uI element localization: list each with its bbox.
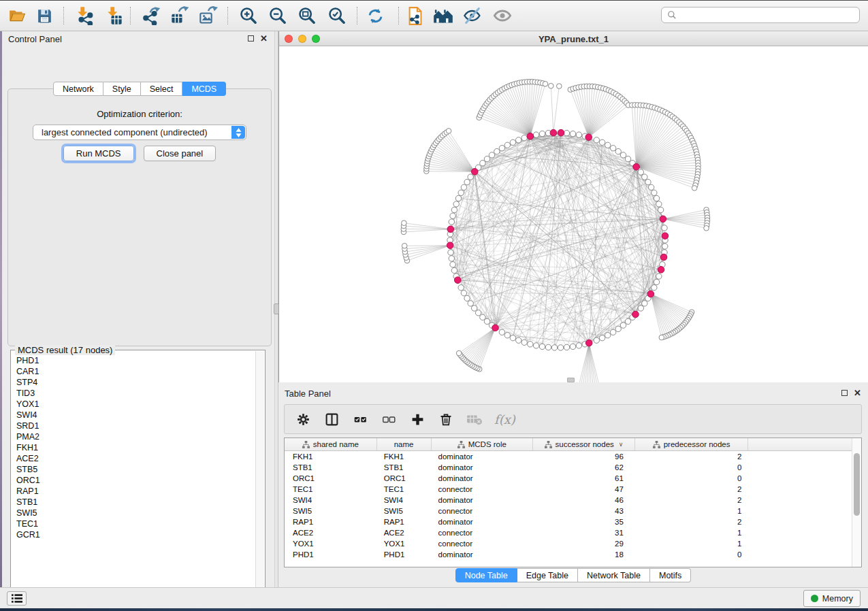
graph-mcds-node[interactable] bbox=[527, 133, 534, 139]
graph-leaf-node[interactable] bbox=[402, 220, 407, 226]
tab-network-table[interactable]: Network Table bbox=[578, 568, 650, 582]
graph-node[interactable] bbox=[610, 329, 615, 335]
mcds-result-item[interactable]: CAR1 bbox=[16, 366, 255, 377]
table-row[interactable]: SWI4SWI4dominator462 bbox=[285, 495, 861, 506]
mcds-result-item[interactable]: PHD1 bbox=[16, 355, 255, 366]
mcds-result-item[interactable]: STB5 bbox=[16, 464, 255, 475]
graph-node[interactable] bbox=[656, 274, 662, 279]
mcds-result-item[interactable]: TEC1 bbox=[16, 518, 255, 529]
network-window-titlebar[interactable]: YPA_prune.txt_1 bbox=[278, 31, 868, 46]
mcds-result-item[interactable]: YOX1 bbox=[16, 399, 255, 410]
column-header-predecessor-nodes[interactable]: predecessor nodes bbox=[635, 438, 749, 450]
graph-node[interactable] bbox=[642, 174, 647, 180]
graph-leaf-node[interactable] bbox=[659, 335, 664, 340]
scrollbar-thumb[interactable] bbox=[854, 453, 860, 516]
graph-node[interactable] bbox=[461, 184, 466, 190]
graph-node[interactable] bbox=[620, 323, 626, 328]
column-header-successor-nodes[interactable]: successor nodes∨ bbox=[533, 438, 635, 450]
graph-leaf-node[interactable] bbox=[549, 83, 554, 88]
graph-node[interactable] bbox=[576, 132, 581, 137]
graph-node[interactable] bbox=[480, 161, 485, 166]
table-row[interactable]: TEC1TEC1connector472 bbox=[285, 484, 861, 495]
graph-node[interactable] bbox=[468, 174, 473, 180]
graph-node[interactable] bbox=[464, 179, 470, 184]
graph-node[interactable] bbox=[605, 333, 611, 338]
graph-node[interactable] bbox=[610, 146, 615, 151]
split-handle[interactable] bbox=[567, 378, 575, 382]
graph-node[interactable] bbox=[564, 130, 569, 135]
graph-node[interactable] bbox=[539, 131, 545, 136]
function-builder-button[interactable]: f(x) bbox=[494, 412, 515, 427]
graph-mcds-node[interactable] bbox=[558, 129, 564, 136]
graph-node[interactable] bbox=[489, 152, 494, 158]
table-row[interactable]: RAP1RAP1dominator352 bbox=[285, 516, 861, 527]
new-network-from-selection-button[interactable] bbox=[403, 5, 426, 27]
tab-select[interactable]: Select bbox=[141, 82, 183, 96]
graph-node[interactable] bbox=[638, 169, 643, 175]
graph-node[interactable] bbox=[451, 207, 457, 212]
graph-mcds-node[interactable] bbox=[660, 216, 666, 222]
graph-node[interactable] bbox=[464, 295, 470, 301]
graph-mcds-node[interactable] bbox=[447, 242, 453, 249]
graph-node[interactable] bbox=[638, 306, 643, 311]
column-header-MCDS-role[interactable]: MCDS role bbox=[432, 438, 534, 450]
graph-node[interactable] bbox=[539, 344, 545, 349]
show-all-button[interactable] bbox=[491, 5, 514, 27]
graph-node[interactable] bbox=[449, 256, 454, 261]
table-row[interactable]: PHD1PHD1dominator180 bbox=[285, 549, 861, 560]
graph-node[interactable] bbox=[551, 345, 557, 350]
close-panel-icon[interactable]: ✕ bbox=[260, 35, 268, 42]
graph-mcds-node[interactable] bbox=[585, 340, 592, 346]
tab-mcds[interactable]: MCDS bbox=[182, 82, 226, 96]
mcds-result-item[interactable]: FKH1 bbox=[16, 442, 255, 453]
graph-node[interactable] bbox=[594, 137, 599, 143]
mcds-result-item[interactable]: SWI5 bbox=[16, 508, 255, 518]
save-session-button[interactable] bbox=[33, 5, 56, 27]
optimization-criterion-select[interactable]: largest connected component (undirected) bbox=[33, 125, 246, 140]
table-scrollbar[interactable] bbox=[852, 438, 861, 567]
graph-node[interactable] bbox=[533, 132, 539, 137]
graph-mcds-node[interactable] bbox=[658, 267, 664, 274]
graph-node[interactable] bbox=[545, 344, 551, 350]
graph-node[interactable] bbox=[605, 142, 611, 148]
graph-node[interactable] bbox=[448, 250, 453, 255]
tab-node-table[interactable]: Node Table bbox=[455, 568, 517, 582]
graph-node[interactable] bbox=[615, 148, 621, 154]
graph-node[interactable] bbox=[652, 190, 657, 195]
graph-leaf-node[interactable] bbox=[557, 84, 562, 89]
graph-mcds-node[interactable] bbox=[632, 311, 639, 318]
table-row[interactable]: FKH1FKH1dominator962 bbox=[285, 451, 861, 462]
search-box[interactable] bbox=[661, 7, 860, 23]
graph-node[interactable] bbox=[662, 244, 668, 249]
table-row[interactable]: STB1STB1dominator620 bbox=[285, 462, 861, 473]
graph-mcds-node[interactable] bbox=[455, 277, 462, 284]
graph-node[interactable] bbox=[642, 301, 647, 306]
graph-leaf-node[interactable] bbox=[456, 350, 462, 356]
graph-mcds-node[interactable] bbox=[660, 254, 667, 261]
graph-mcds-node[interactable] bbox=[662, 233, 669, 240]
graph-mcds-node[interactable] bbox=[585, 134, 592, 141]
mcds-result-item[interactable]: RAP1 bbox=[16, 486, 255, 497]
mcds-result-item[interactable]: ORC1 bbox=[16, 475, 255, 486]
export-image-button[interactable] bbox=[197, 5, 220, 27]
graph-node[interactable] bbox=[521, 135, 527, 141]
graph-mcds-node[interactable] bbox=[647, 291, 654, 297]
graph-node[interactable] bbox=[458, 190, 464, 195]
graph-node[interactable] bbox=[516, 337, 521, 343]
graph-leaf-node[interactable] bbox=[692, 186, 697, 191]
graph-node[interactable] bbox=[450, 262, 455, 267]
zoom-out-button[interactable] bbox=[266, 5, 289, 27]
graph-node[interactable] bbox=[654, 195, 659, 201]
show-log-button[interactable] bbox=[7, 591, 27, 606]
graph-node[interactable] bbox=[570, 131, 575, 136]
export-network-button[interactable] bbox=[140, 5, 163, 27]
graph-node[interactable] bbox=[504, 142, 510, 148]
graph-node[interactable] bbox=[652, 285, 657, 291]
graph-node[interactable] bbox=[656, 201, 662, 207]
search-input[interactable] bbox=[677, 10, 854, 20]
open-file-button[interactable] bbox=[5, 5, 29, 27]
table-row[interactable]: SWI5SWI5connector431 bbox=[285, 506, 861, 516]
mcds-result-item[interactable]: SWI4 bbox=[16, 410, 255, 420]
tab-network[interactable]: Network bbox=[53, 82, 103, 96]
close-panel-button[interactable]: Close panel bbox=[144, 146, 216, 161]
